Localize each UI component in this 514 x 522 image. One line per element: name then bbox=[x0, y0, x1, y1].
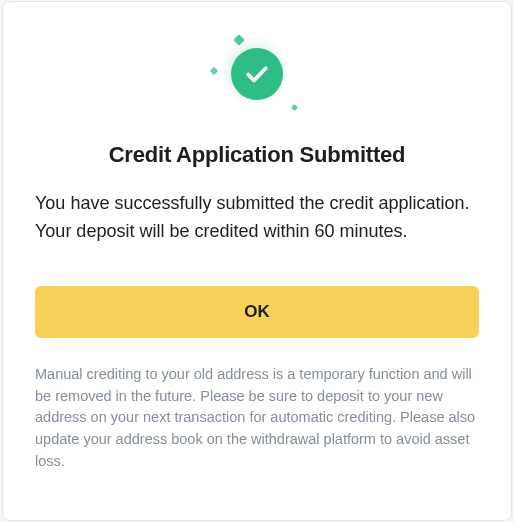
modal-title: Credit Application Submitted bbox=[35, 142, 479, 168]
sparkle-icon bbox=[291, 104, 298, 111]
check-success-icon bbox=[217, 34, 297, 114]
ok-button[interactable]: OK bbox=[35, 286, 479, 338]
sparkle-icon bbox=[210, 67, 218, 75]
disclaimer-text: Manual crediting to your old address is … bbox=[35, 364, 479, 473]
confirmation-modal: Credit Application Submitted You have su… bbox=[2, 1, 512, 521]
check-circle-icon bbox=[231, 48, 283, 100]
icon-wrapper bbox=[35, 34, 479, 114]
modal-message: You have successfully submitted the cred… bbox=[35, 190, 479, 246]
